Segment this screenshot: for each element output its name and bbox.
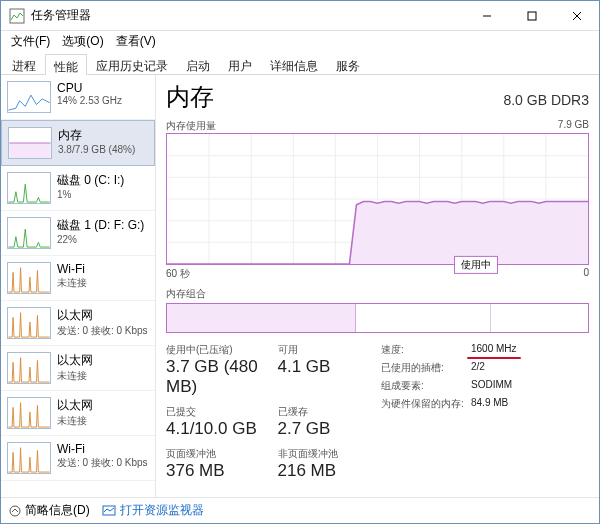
stat-label: 页面缓冲池 xyxy=(166,447,270,461)
minimize-button[interactable] xyxy=(464,1,509,30)
titlebar: 任务管理器 xyxy=(1,1,599,31)
sidebar-thumb xyxy=(7,217,51,249)
menubar: 文件(F) 选项(O) 查看(V) xyxy=(1,31,599,51)
sidebar-item-sub: 14% 2.53 GHz xyxy=(57,95,149,106)
fewer-details-button[interactable]: 简略信息(D) xyxy=(9,502,90,519)
sidebar-item-sub: 未连接 xyxy=(57,369,149,383)
stat-value: 4.1 GB xyxy=(278,357,382,377)
sidebar-item-2[interactable]: 磁盘 0 (C: I:)1% xyxy=(1,166,155,211)
sidebar-item-0[interactable]: CPU14% 2.53 GHz xyxy=(1,75,155,120)
sidebar: CPU14% 2.53 GHz内存3.8/7.9 GB (48%)磁盘 0 (C… xyxy=(1,75,156,497)
maximize-button[interactable] xyxy=(509,1,554,30)
sidebar-thumb xyxy=(7,397,51,429)
stat-row-0: 速度:1600 MHz xyxy=(381,343,589,357)
combo-label: 内存组合 xyxy=(166,287,589,301)
sidebar-item-name: CPU xyxy=(57,81,149,95)
stat-val: 1600 MHz xyxy=(471,343,517,357)
sidebar-thumb xyxy=(8,127,52,159)
chevron-up-icon xyxy=(9,505,21,517)
sidebar-item-7[interactable]: 以太网未连接 xyxy=(1,391,155,436)
stat-val: SODIMM xyxy=(471,379,512,393)
sidebar-item-sub: 发送: 0 接收: 0 Kbps xyxy=(57,324,149,338)
svg-point-21 xyxy=(10,506,20,516)
stat-value: 4.1/10.0 GB xyxy=(166,419,270,439)
stat-value: 216 MB xyxy=(278,461,382,481)
main-title-row: 内存 8.0 GB DDR3 xyxy=(166,81,589,113)
sidebar-item-6[interactable]: 以太网未连接 xyxy=(1,346,155,391)
sidebar-item-4[interactable]: Wi-Fi未连接 xyxy=(1,256,155,301)
combo-segment-1 xyxy=(356,304,491,332)
stat-5: 非页面缓冲池216 MB xyxy=(278,447,382,481)
menu-file[interactable]: 文件(F) xyxy=(7,32,54,51)
stat-4: 页面缓冲池376 MB xyxy=(166,447,270,481)
sidebar-item-sub: 未连接 xyxy=(57,276,149,290)
chart-label: 内存使用量 xyxy=(166,119,216,133)
sidebar-thumb xyxy=(7,172,51,204)
stats: 使用中(已压缩)3.7 GB (480 MB)可用4.1 GB已提交4.1/10… xyxy=(166,343,589,481)
chart-label-row: 内存使用量 7.9 GB xyxy=(166,119,589,133)
menu-view[interactable]: 查看(V) xyxy=(112,32,160,51)
memory-composition[interactable] xyxy=(166,303,589,333)
stat-row-2: 组成要素:SODIMM xyxy=(381,379,589,393)
resource-monitor-label: 打开资源监视器 xyxy=(120,502,204,519)
sidebar-thumb xyxy=(7,81,51,113)
stat-key: 速度: xyxy=(381,343,471,357)
combo-segment-0 xyxy=(167,304,356,332)
xaxis-right: 0 xyxy=(583,267,589,281)
sidebar-item-5[interactable]: 以太网发送: 0 接收: 0 Kbps xyxy=(1,301,155,346)
sidebar-item-name: 以太网 xyxy=(57,352,149,369)
tab-4[interactable]: 用户 xyxy=(219,53,261,74)
tab-3[interactable]: 启动 xyxy=(177,53,219,74)
chart-max: 7.9 GB xyxy=(558,119,589,133)
tabs: 进程性能应用历史记录启动用户详细信息服务 xyxy=(1,51,599,75)
svg-rect-5 xyxy=(9,143,50,158)
stat-key: 为硬件保留的内存: xyxy=(381,397,471,411)
combo-segment-2 xyxy=(491,304,588,332)
svg-rect-2 xyxy=(528,12,536,20)
svg-marker-20 xyxy=(167,201,588,264)
sidebar-item-name: Wi-Fi xyxy=(57,262,149,276)
sidebar-item-sub: 3.8/7.9 GB (48%) xyxy=(58,144,148,155)
menu-options[interactable]: 选项(O) xyxy=(58,32,107,51)
xaxis-left: 60 秒 xyxy=(166,267,190,281)
stat-key: 组成要素: xyxy=(381,379,471,393)
sidebar-item-8[interactable]: Wi-Fi发送: 0 接收: 0 Kbps xyxy=(1,436,155,481)
open-resource-monitor-link[interactable]: 打开资源监视器 xyxy=(102,502,204,519)
stat-key: 已使用的插槽: xyxy=(381,361,471,375)
main-title: 内存 xyxy=(166,81,503,113)
tab-1[interactable]: 性能 xyxy=(45,54,87,75)
sidebar-item-sub: 发送: 0 接收: 0 Kbps xyxy=(57,456,149,470)
sidebar-item-1[interactable]: 内存3.8/7.9 GB (48%) xyxy=(1,120,155,166)
tab-0[interactable]: 进程 xyxy=(3,53,45,74)
task-manager-window: 任务管理器 文件(F) 选项(O) 查看(V) 进程性能应用历史记录启动用户详细… xyxy=(0,0,600,524)
stat-3: 已缓存2.7 GB xyxy=(278,405,382,439)
stat-value: 3.7 GB (480 MB) xyxy=(166,357,270,397)
tab-6[interactable]: 服务 xyxy=(327,53,369,74)
fewer-details-label: 简略信息(D) xyxy=(25,502,90,519)
memory-chart[interactable]: 使用中 xyxy=(166,133,589,265)
close-button[interactable] xyxy=(554,1,599,30)
stat-label: 使用中(已压缩) xyxy=(166,343,270,357)
sidebar-item-name: 内存 xyxy=(58,127,148,144)
tab-2[interactable]: 应用历史记录 xyxy=(87,53,177,74)
main-panel: 内存 8.0 GB DDR3 内存使用量 7.9 GB 使用中 60 秒 0 内… xyxy=(156,75,599,497)
sidebar-item-3[interactable]: 磁盘 1 (D: F: G:)22% xyxy=(1,211,155,256)
chart-xaxis: 60 秒 0 xyxy=(166,267,589,281)
sidebar-item-name: 磁盘 1 (D: F: G:) xyxy=(57,217,149,234)
sidebar-thumb xyxy=(7,442,51,474)
window-controls xyxy=(464,1,599,30)
window-title: 任务管理器 xyxy=(31,7,464,24)
sidebar-item-name: 以太网 xyxy=(57,307,149,324)
content: CPU14% 2.53 GHz内存3.8/7.9 GB (48%)磁盘 0 (C… xyxy=(1,75,599,497)
stat-val: 2/2 xyxy=(471,361,485,375)
stat-row-1: 已使用的插槽:2/2 xyxy=(381,361,589,375)
stat-label: 已提交 xyxy=(166,405,270,419)
stat-1: 可用4.1 GB xyxy=(278,343,382,397)
stat-label: 非页面缓冲池 xyxy=(278,447,382,461)
stat-0: 使用中(已压缩)3.7 GB (480 MB) xyxy=(166,343,270,397)
tab-5[interactable]: 详细信息 xyxy=(261,53,327,74)
memory-spec: 8.0 GB DDR3 xyxy=(503,92,589,108)
sidebar-thumb xyxy=(7,307,51,339)
sidebar-item-name: Wi-Fi xyxy=(57,442,149,456)
stat-label: 已缓存 xyxy=(278,405,382,419)
